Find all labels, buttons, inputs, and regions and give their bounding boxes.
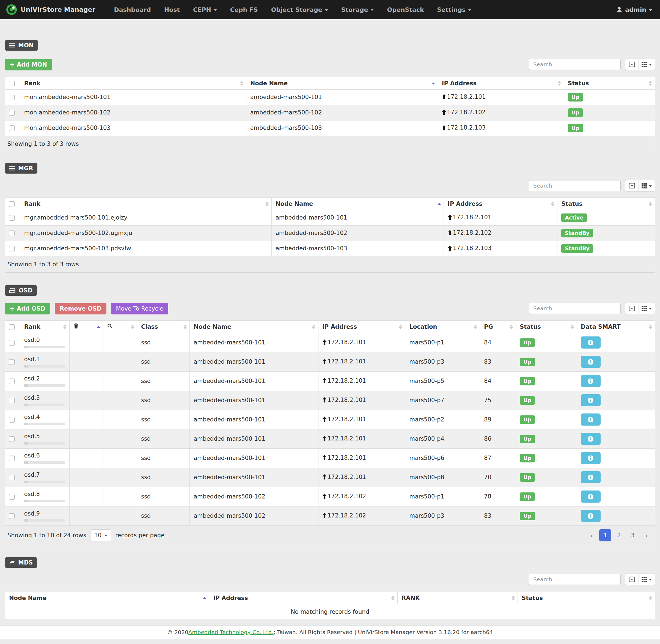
nav-ceph[interactable]: CEPH: [186, 0, 223, 19]
row-checkbox[interactable]: [9, 340, 15, 346]
app-brand[interactable]: UniVirStore Manager: [6, 4, 95, 15]
column-header-status[interactable]: Status: [518, 592, 655, 604]
user-menu[interactable]: admin: [615, 6, 654, 13]
mon-search-input[interactable]: [529, 59, 621, 70]
column-header-node-name[interactable]: Node Name: [246, 77, 438, 89]
columns-button[interactable]: [639, 303, 655, 314]
column-header-pg[interactable]: PG: [480, 321, 516, 333]
nav-settings[interactable]: Settings: [430, 0, 478, 19]
node-name-cell: ambedded-mars500-102: [246, 105, 438, 120]
link-up-arrow-icon: [322, 513, 327, 518]
toggle-view-button[interactable]: [625, 180, 639, 191]
smart-info-button[interactable]: [581, 413, 600, 426]
column-header-data-smart[interactable]: Data SMART: [577, 321, 655, 333]
smart-info-button[interactable]: [581, 356, 600, 368]
add-mon-button[interactable]: Add MON: [5, 59, 52, 70]
nav-storage[interactable]: Storage: [335, 0, 381, 19]
pagination-prev[interactable]: ‹: [586, 529, 597, 542]
row-checkbox[interactable]: [9, 215, 15, 221]
smart-info-button[interactable]: [581, 433, 600, 445]
table-row: osd.6 ssd ambedded-mars500-101 172.18.2.…: [5, 448, 655, 468]
column-header-status[interactable]: Status: [558, 198, 655, 210]
row-checkbox[interactable]: [9, 494, 15, 500]
page-size-dropdown[interactable]: 10: [90, 529, 111, 542]
select-all-checkbox[interactable]: [9, 201, 15, 207]
column-header-ip-address[interactable]: IP Address: [438, 77, 564, 89]
scrub-cell: [103, 429, 137, 448]
select-all-checkbox-cell[interactable]: [5, 198, 20, 210]
column-header-delete[interactable]: [70, 321, 103, 333]
mds-table: Node Name IP Address RANK Status No matc…: [5, 592, 655, 620]
column-header-rank[interactable]: Rank: [20, 77, 246, 89]
column-header-rank[interactable]: Rank: [20, 198, 272, 210]
column-header-rank[interactable]: RANK: [398, 592, 518, 604]
columns-button[interactable]: [639, 574, 655, 585]
smart-info-button[interactable]: [581, 510, 600, 522]
column-header-ip-address[interactable]: IP Address: [444, 198, 557, 210]
row-checkbox[interactable]: [9, 110, 15, 116]
toggle-view-button[interactable]: [625, 59, 639, 70]
column-header-rank[interactable]: Rank: [20, 321, 70, 333]
nav-object-storage[interactable]: Object Storage: [264, 0, 335, 19]
pagination-page-1[interactable]: 1: [599, 529, 611, 542]
select-all-checkbox-cell[interactable]: [5, 77, 20, 89]
remove-osd-button[interactable]: Remove OSD: [55, 303, 107, 315]
status-cell: Up: [516, 487, 577, 506]
mds-search-input[interactable]: [529, 574, 621, 585]
toggle-view-button[interactable]: [625, 303, 639, 314]
mgr-search-input[interactable]: [529, 180, 621, 191]
row-checkbox[interactable]: [9, 95, 15, 100]
company-link[interactable]: Ambedded Technology Co. Ltd.: [188, 629, 274, 636]
column-header-class[interactable]: Class: [137, 321, 189, 333]
row-checkbox[interactable]: [9, 398, 15, 403]
smart-info-button[interactable]: [581, 375, 600, 387]
column-header-node-name[interactable]: Node Name: [272, 198, 444, 210]
row-checkbox[interactable]: [9, 475, 15, 480]
row-checkbox[interactable]: [9, 246, 15, 251]
data-smart-cell: [577, 506, 655, 525]
column-header-location[interactable]: Location: [405, 321, 480, 333]
nav-openstack[interactable]: OpenStack: [380, 0, 430, 19]
pg-cell: 78: [480, 487, 516, 506]
column-header-node-name[interactable]: Node Name: [190, 321, 319, 333]
smart-info-button[interactable]: [581, 394, 600, 406]
column-header-ip-address[interactable]: IP Address: [209, 592, 398, 604]
row-checkbox[interactable]: [9, 378, 15, 384]
pagination-page-2[interactable]: 2: [613, 529, 625, 542]
row-checkbox[interactable]: [9, 513, 15, 519]
ip-cell: 172.18.2.101: [318, 410, 405, 429]
column-header-status[interactable]: Status: [564, 77, 655, 89]
column-header-status[interactable]: Status: [516, 321, 577, 333]
move-to-recycle-button[interactable]: Move To Recycle: [111, 303, 168, 315]
row-checkbox[interactable]: [9, 359, 15, 365]
smart-info-button[interactable]: [581, 337, 600, 348]
add-osd-button[interactable]: Add OSD: [5, 303, 50, 315]
nav-ceph-fs[interactable]: Ceph FS: [223, 0, 264, 19]
select-all-checkbox-cell[interactable]: [5, 321, 20, 333]
row-checkbox[interactable]: [9, 125, 15, 131]
select-all-checkbox[interactable]: [9, 81, 15, 86]
column-header-scrub[interactable]: [103, 321, 137, 333]
osd-search-input[interactable]: [529, 303, 621, 314]
mon-table-body: mon.ambedded-mars500-101 ambedded-mars50…: [5, 89, 655, 136]
column-header-node-name[interactable]: Node Name: [5, 592, 209, 604]
app-logo-icon: [6, 4, 17, 15]
smart-info-button[interactable]: [581, 471, 600, 483]
nav-dashboard[interactable]: Dashboard: [108, 0, 158, 19]
pagination-page-3[interactable]: 3: [627, 529, 639, 542]
smart-info-button[interactable]: [581, 452, 600, 464]
row-checkbox[interactable]: [9, 417, 15, 422]
row-checkbox[interactable]: [9, 436, 15, 442]
osd-table: Rank Class Node Name IP Address Location…: [5, 321, 655, 525]
columns-button[interactable]: [639, 180, 655, 191]
select-all-checkbox[interactable]: [9, 324, 15, 330]
nav-host[interactable]: Host: [158, 0, 186, 19]
smart-info-button[interactable]: [581, 490, 600, 503]
mon-table: Rank Node Name IP Address Status mon.amb…: [5, 77, 655, 136]
column-header-ip-address[interactable]: IP Address: [318, 321, 405, 333]
toggle-view-button[interactable]: [625, 574, 639, 585]
row-checkbox[interactable]: [9, 456, 15, 461]
row-checkbox[interactable]: [9, 231, 15, 236]
columns-button[interactable]: [639, 59, 655, 70]
pagination-next[interactable]: ›: [640, 529, 653, 542]
